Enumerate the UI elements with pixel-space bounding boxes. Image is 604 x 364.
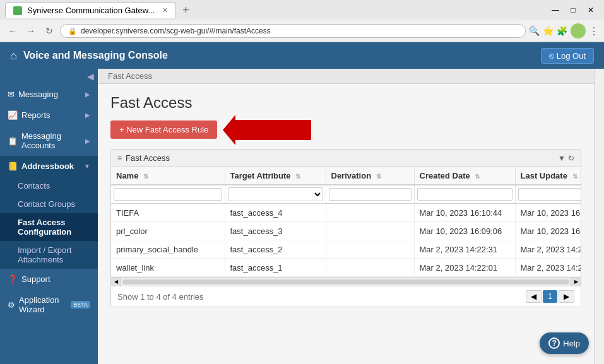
bookmark-icon[interactable]: ⭐	[543, 26, 554, 36]
horizontal-scrollbar[interactable]: ◀ ▶	[111, 277, 581, 286]
col-last-update[interactable]: Last Update ⇅	[515, 167, 581, 185]
tab-favicon	[13, 6, 22, 15]
sidebar-item-application-wizard[interactable]: ⚙ Application Wizard BETA	[0, 290, 98, 320]
sidebar-item-messaging-accounts[interactable]: 📋 Messaging Accounts ▶	[0, 126, 98, 156]
table-filter-row	[111, 185, 581, 204]
filter-name[interactable]	[114, 188, 222, 201]
cell-name: primary_social_handle	[111, 240, 225, 259]
col-target-attribute[interactable]: Target Attribute ⇅	[225, 167, 326, 185]
panel-collapse-button[interactable]: ▼	[558, 154, 566, 163]
home-icon[interactable]: ⌂	[10, 49, 17, 62]
messaging-icon: ✉	[8, 90, 15, 99]
cell-created-date: Mar 10, 2023 16:10:44	[414, 204, 515, 222]
app-header: ⌂ Voice and Messaging Console ⎋ Log Out	[0, 42, 604, 69]
vertical-scrollbar[interactable]	[594, 69, 604, 364]
table-container: Name ⇅ Target Attribute ⇅ De	[111, 167, 581, 277]
content-area: Fast Access Fast Access + New Fast Acces…	[98, 69, 594, 364]
cell-target-attribute: fast_access_2	[225, 240, 326, 259]
table-row: prl_color fast_access_3 Mar 10, 2023 16:…	[111, 222, 581, 240]
pagination: ◀ 1 ▶	[526, 290, 574, 303]
sidebar-item-label: Messaging	[18, 90, 85, 99]
tab-close-icon[interactable]: ✕	[162, 6, 168, 15]
sidebar-sub-contacts[interactable]: Contacts	[0, 177, 98, 195]
cell-last-update: Mar 10, 2023 16:09:06	[515, 222, 581, 240]
sidebar-item-messaging[interactable]: ✉ Messaging ▶	[0, 84, 98, 105]
sidebar-sub-contact-groups[interactable]: Contact Groups	[0, 195, 98, 213]
svg-marker-0	[223, 115, 311, 145]
profile-icon[interactable]	[571, 23, 586, 38]
chevron-right-icon: ▶	[85, 112, 90, 119]
cell-derivation	[326, 240, 414, 259]
close-window-icon[interactable]: ✕	[583, 4, 599, 16]
sidebar-toggle-button[interactable]: ◀	[87, 71, 94, 81]
breadcrumb: Fast Access	[98, 69, 594, 84]
new-fast-access-rule-button[interactable]: + New Fast Access Rule	[110, 120, 217, 139]
logout-button[interactable]: ⎋ Log Out	[541, 48, 594, 64]
minimize-icon[interactable]: —	[547, 4, 564, 16]
cell-target-attribute: fast_access_3	[225, 222, 326, 240]
fast-access-panel: ≡ Fast Access ▼ ↻	[110, 149, 581, 307]
scroll-left-button[interactable]: ◀	[111, 278, 121, 286]
tab-title: Syniverse Communication Gatew...	[27, 6, 155, 15]
cell-last-update: Mar 10, 2023 16:10:44	[515, 204, 581, 222]
col-derivation[interactable]: Derivation ⇅	[326, 167, 414, 185]
scroll-right-button[interactable]: ▶	[571, 278, 581, 286]
sort-arrows-created: ⇅	[475, 173, 480, 180]
cell-name: prl_color	[111, 222, 225, 240]
sidebar-item-addressbook[interactable]: 📒 Addressbook ▼	[0, 156, 98, 177]
cell-created-date: Mar 10, 2023 16:09:06	[414, 222, 515, 240]
addressbook-icon: 📒	[8, 161, 18, 171]
sidebar-item-label: Application Wizard	[19, 295, 71, 314]
browser-tab[interactable]: Syniverse Communication Gatew... ✕	[5, 3, 176, 18]
back-button[interactable]: ←	[5, 23, 20, 38]
page-1-button[interactable]: 1	[543, 290, 557, 303]
next-page-button[interactable]: ▶	[559, 290, 574, 303]
filter-last-update[interactable]	[518, 188, 581, 201]
panel-header: ≡ Fast Access ▼ ↻	[111, 150, 581, 167]
forward-button[interactable]: →	[23, 23, 38, 38]
page-title: Fast Access	[110, 94, 581, 112]
sort-arrows-derivation: ⇅	[376, 173, 381, 180]
app-title: Voice and Messaging Console	[23, 50, 168, 61]
sidebar-sub-fast-access-configuration[interactable]: Fast Access Configuration	[0, 213, 98, 241]
cell-created-date: Mar 2, 2023 14:22:01	[414, 259, 515, 277]
sidebar-item-label: Addressbook	[21, 161, 84, 171]
menu-icon[interactable]: ⋮	[589, 25, 599, 37]
scroll-thumb[interactable]	[122, 279, 569, 285]
sort-arrows-update: ⇅	[572, 173, 577, 180]
cell-name: wallet_link	[111, 259, 225, 277]
cell-target-attribute: fast_access_4	[225, 204, 326, 222]
sidebar-item-label: Support	[21, 274, 90, 284]
red-arrow-annotation	[223, 115, 311, 145]
sidebar-item-label: Reports	[21, 110, 85, 120]
filter-derivation[interactable]	[329, 188, 412, 201]
sidebar-item-reports[interactable]: 📈 Reports ▶	[0, 105, 98, 126]
lock-icon: 🔒	[68, 27, 77, 35]
sidebar-item-support[interactable]: ❓ Support	[0, 269, 98, 290]
sidebar-item-label: Messaging Accounts	[21, 131, 85, 150]
support-icon: ❓	[8, 274, 18, 284]
cell-last-update: Mar 2, 2023 14:22:31	[515, 240, 581, 259]
col-name[interactable]: Name ⇅	[111, 167, 225, 185]
cell-derivation	[326, 259, 414, 277]
url-text[interactable]: developer.syniverse.com/scg-web-gui/#/ma…	[81, 26, 518, 35]
help-button[interactable]: ? Help	[540, 332, 589, 354]
extensions-icon[interactable]: 🧩	[557, 26, 567, 36]
maximize-icon[interactable]: □	[565, 4, 581, 16]
chevron-down-icon: ▼	[84, 163, 90, 170]
new-tab-button[interactable]: +	[179, 4, 193, 17]
filter-created-date[interactable]	[417, 188, 512, 201]
col-created-date[interactable]: Created Date ⇅	[414, 167, 515, 185]
filter-target-attribute[interactable]	[228, 187, 323, 201]
address-bar[interactable]: 🔒 developer.syniverse.com/scg-web-gui/#/…	[60, 24, 526, 38]
search-icon[interactable]: 🔍	[529, 26, 540, 36]
panel-icon: ≡	[117, 154, 122, 163]
prev-page-button[interactable]: ◀	[526, 290, 542, 303]
messaging-accounts-icon: 📋	[8, 136, 18, 146]
chevron-right-icon: ▶	[85, 138, 90, 144]
refresh-button[interactable]: ↻	[42, 23, 57, 38]
sort-arrows-name: ⇅	[143, 173, 148, 180]
panel-refresh-button[interactable]: ↻	[568, 154, 574, 163]
table-row: wallet_link fast_access_1 Mar 2, 2023 14…	[111, 259, 581, 277]
sidebar-sub-import-export[interactable]: Import / Export Attachments	[0, 241, 98, 269]
